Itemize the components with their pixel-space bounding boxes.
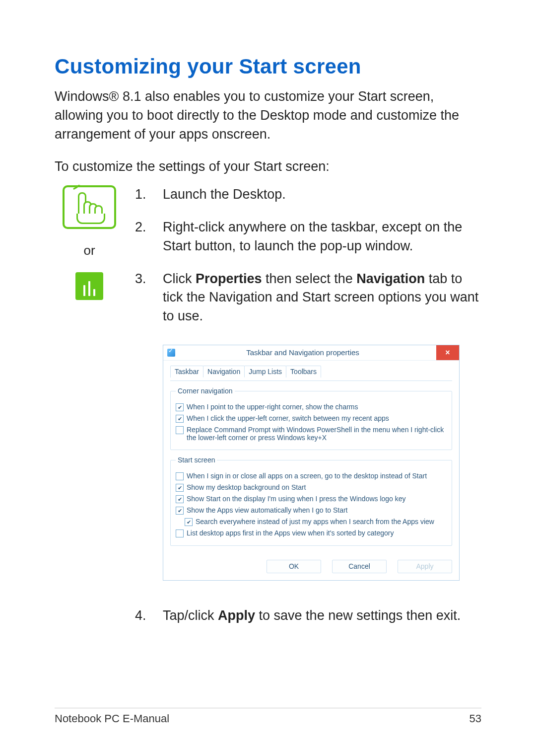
page-footer: Notebook PC E-Manual 53 [55,708,481,725]
dialog-illustration-row: Taskbar and Navigation properties × Task… [135,340,481,593]
two-column-layout: or 1. Launch the Desktop. 2. Right-click… [55,185,481,639]
checkbox-label: Show Start on the display I'm using when… [187,495,406,503]
tab-strip [170,380,452,381]
step-number: 3. [135,270,163,326]
dialog-buttons: OK Cancel Apply [163,560,459,580]
page-number: 53 [469,712,481,725]
step-3: 3. Click Properties then select the Navi… [135,270,481,326]
tab-navigation[interactable]: Navigation [203,366,245,378]
step-4: 4. Tap/click Apply to save the new setti… [135,606,481,625]
checkbox-icon [176,403,184,411]
dialog-titlebar: Taskbar and Navigation properties × [163,345,459,361]
taskbar-navigation-dialog: Taskbar and Navigation properties × Task… [163,345,460,581]
checkbox-label: Replace Command Prompt with Windows Powe… [187,426,447,442]
checkbox-icon [185,518,193,526]
checkbox-show-start-on-display[interactable]: Show Start on the display I'm using when… [176,495,447,503]
corner-navigation-group: Corner navigation When I point to the up… [170,387,452,450]
checkbox-icon [176,415,184,423]
checkbox-list-desktop-apps-first[interactable]: List desktop apps first in the Apps view… [176,529,447,537]
input-method-column: or [55,185,124,300]
dialog-wrapper: Taskbar and Navigation properties × Task… [163,340,481,593]
checkbox-label: List desktop apps first in the Apps view… [187,529,394,537]
checkbox-search-everywhere[interactable]: Search everywhere instead of just my app… [185,518,447,526]
checkbox-icon [176,484,184,492]
start-screen-group: Start screen When I sign in or close all… [170,456,452,546]
ok-button[interactable]: OK [267,560,321,573]
checkbox-go-to-desktop[interactable]: When I sign in or close all apps on a sc… [176,472,447,480]
checkbox-label: When I click the upper-left corner, swit… [187,414,389,422]
checkbox-icon [176,529,184,537]
checkbox-icon [176,426,184,434]
checkbox-icon [176,495,184,503]
text-run: Click [163,271,196,286]
intro-paragraph: Windows® 8.1 also enables you to customi… [55,87,481,144]
touch-tap-icon [63,185,116,229]
text-run: then select the [262,271,357,286]
step-text: Launch the Desktop. [163,185,481,204]
step-number: 4. [135,606,163,625]
checkbox-label: Show my desktop background on Start [187,483,306,491]
cancel-button[interactable]: Cancel [332,560,387,573]
bold-properties: Properties [196,271,262,286]
step-text: Right-click anywhere on the taskbar, exc… [163,218,481,256]
dialog-body: Taskbar Navigation Jump Lists Toolbars C… [163,361,459,560]
checkbox-label: Show the Apps view automatically when I … [187,506,348,514]
steps-list: 1. Launch the Desktop. 2. Right-click an… [135,185,481,625]
text-run: to save the new settings then exit. [255,608,461,623]
step-number: 2. [135,218,163,256]
spacer [135,340,163,593]
checkbox-show-charms[interactable]: When I point to the upper-right corner, … [176,403,447,411]
group-legend: Start screen [176,456,217,464]
or-label: or [83,243,95,258]
checkbox-switch-recent-apps[interactable]: When I click the upper-left corner, swit… [176,414,447,423]
step-number: 1. [135,185,163,204]
checkbox-label: When I point to the upper-right corner, … [187,403,358,411]
lead-paragraph: To customize the settings of your Start … [55,157,481,176]
tab-jumplists[interactable]: Jump Lists [244,366,286,378]
bold-navigation: Navigation [356,271,425,286]
checkbox-label: When I sign in or close all apps on a sc… [187,472,427,480]
footer-left: Notebook PC E-Manual [55,712,169,725]
steps-column: 1. Launch the Desktop. 2. Right-click an… [135,185,481,639]
checkbox-replace-cmd-powershell[interactable]: Replace Command Prompt with Windows Powe… [176,426,447,442]
manual-page: Customizing your Start screen Windows® 8… [0,0,536,756]
tab-taskbar[interactable]: Taskbar [170,366,203,378]
tab-toolbars[interactable]: Toolbars [286,366,321,378]
dialog-app-icon [167,349,175,357]
bold-apply: Apply [218,608,255,623]
checkbox-desktop-background-on-start[interactable]: Show my desktop background on Start [176,483,447,492]
close-button[interactable]: × [436,345,459,360]
step-2: 2. Right-click anywhere on the taskbar, … [135,218,481,256]
checkbox-icon [176,472,184,480]
page-title: Customizing your Start screen [55,55,481,78]
apply-button[interactable]: Apply [398,560,452,573]
checkbox-apps-view-auto[interactable]: Show the Apps view automatically when I … [176,506,447,515]
touch-tile-icon [75,272,103,300]
group-legend: Corner navigation [176,387,235,395]
checkbox-icon [176,507,184,515]
step-1: 1. Launch the Desktop. [135,185,481,204]
step-text: Tap/click Apply to save the new settings… [163,606,481,625]
step-text: Click Properties then select the Navigat… [163,270,481,326]
dialog-tabs: Taskbar Navigation Jump Lists Toolbars [170,366,452,378]
dialog-title: Taskbar and Navigation properties [179,348,436,357]
checkbox-label: Search everywhere instead of just my app… [196,518,434,526]
text-run: Tap/click [163,608,218,623]
